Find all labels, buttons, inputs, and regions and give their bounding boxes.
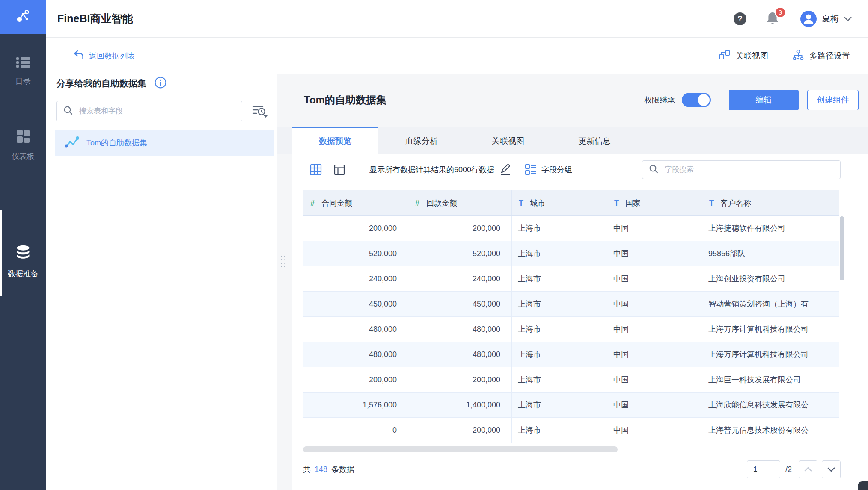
sort-by-time-icon[interactable] (252, 103, 269, 119)
main-content: Tom的自助数据集 权限继承 编辑 创建组件 数据预览 血缘分析 关联视图 更新… (277, 74, 868, 490)
table-field-search-box (56, 101, 242, 121)
column-header-country[interactable]: T国家 (607, 190, 702, 216)
info-icon[interactable] (154, 76, 167, 91)
permission-label: 权限继承 (644, 95, 675, 105)
floating-assistant-button[interactable] (858, 481, 868, 490)
tab-update-info[interactable]: 更新信息 (551, 127, 638, 154)
table-cell: 0 (303, 418, 408, 443)
table-cell: 480,000 (303, 317, 408, 342)
text-type-icon: T (519, 199, 530, 208)
page-number-input[interactable] (747, 460, 780, 478)
back-to-data-list-link[interactable]: 返回数据列表 (73, 50, 135, 62)
table-cell: 上海市 (512, 418, 607, 443)
user-avatar[interactable] (800, 11, 817, 27)
table-cell: 中国 (607, 241, 702, 266)
user-name[interactable]: 夏梅 (822, 13, 839, 24)
toolbar-divider (358, 164, 358, 176)
row-limit-text: 显示所有数据计算结果的5000行数据 (369, 165, 494, 175)
vertical-scrollbar (840, 216, 844, 443)
horizontal-scrollbar-thumb[interactable] (303, 446, 618, 452)
sidebar-item-catalog[interactable]: 目录 (0, 56, 46, 86)
back-link-label: 返回数据列表 (89, 51, 135, 61)
field-group-icon[interactable] (524, 163, 537, 176)
number-type-icon: # (310, 199, 321, 208)
pagination: /2 (747, 460, 841, 478)
table-row: 520,000520,000上海市中国95856部队 (303, 241, 839, 266)
table-cell: 200,000 (408, 418, 512, 443)
bell-icon (766, 19, 779, 26)
table-cell: 上海市 (512, 216, 607, 241)
table-field-search-input[interactable] (78, 106, 242, 116)
text-type-icon: T (709, 199, 720, 208)
table-cell: 中国 (607, 393, 702, 418)
column-header-customer-name[interactable]: T客户名称 (702, 190, 839, 216)
chevron-down-icon[interactable] (843, 16, 853, 22)
sidebar-item-data-prep[interactable]: 数据准备 (0, 245, 46, 279)
multipath-settings-label: 多路径设置 (809, 50, 850, 62)
active-section-indicator (0, 210, 2, 296)
column-header-contract-amount[interactable]: #合同金额 (303, 190, 408, 216)
column-view-icon[interactable] (333, 163, 346, 176)
panel-heading: 分享给我的自助数据集 (56, 77, 146, 89)
relation-view-action[interactable]: 关联视图 (719, 49, 768, 63)
table-cell: 240,000 (408, 266, 512, 292)
app-title: FineBI商业智能 (57, 12, 133, 26)
tab-lineage-analysis[interactable]: 血缘分析 (378, 127, 465, 154)
grid-view-icon[interactable] (309, 163, 323, 177)
notification-bell[interactable]: 3 (766, 11, 779, 27)
table-cell: 200,000 (303, 216, 408, 241)
table-cell: 480,000 (408, 342, 512, 367)
create-component-button[interactable]: 创建组件 (807, 90, 859, 110)
column-header-city[interactable]: T城市 (512, 190, 607, 216)
edit-button[interactable]: 编辑 (729, 90, 799, 110)
back-arrow-icon (73, 50, 84, 62)
table-cell: 240,000 (303, 266, 408, 292)
table-row: 450,000450,000上海市中国智动营销策划咨询（上海）有 (303, 292, 839, 317)
edit-row-limit-icon[interactable] (499, 163, 511, 176)
page-total: /2 (785, 465, 792, 474)
table-cell: 450,000 (408, 292, 512, 317)
person-icon (800, 11, 817, 27)
total-count: 148 (315, 465, 327, 474)
secondary-bar: 返回数据列表 关联视图 (46, 38, 868, 74)
permission-toggle[interactable] (682, 93, 711, 107)
sidebar-item-dashboard[interactable]: 仪表板 (0, 129, 46, 162)
column-header-payment-amount[interactable]: #回款金额 (408, 190, 512, 216)
table-cell: 上海市 (512, 266, 607, 292)
finebi-window: FineBI商业智能 ? 3 夏梅 (0, 0, 868, 490)
table-cell: 1,576,000 (303, 393, 408, 418)
dataset-list-item[interactable]: Tom的自助数据集 (55, 130, 274, 156)
tab-relation-view[interactable]: 关联视图 (465, 127, 551, 154)
table-cell: 上海万序计算机科技有限公司 (702, 317, 839, 342)
text-type-icon: T (614, 199, 625, 208)
tab-data-preview[interactable]: 数据预览 (292, 127, 378, 154)
vertical-scrollbar-thumb[interactable] (840, 216, 844, 280)
search-icon (648, 164, 659, 176)
multipath-tree-icon (792, 49, 804, 63)
multipath-settings-action[interactable]: 多路径设置 (792, 49, 850, 63)
nav-sidebar: 目录 仪表板 数据准备 (0, 34, 46, 490)
table-cell: 上海市 (512, 292, 607, 317)
sidebar-item-label: 仪表板 (12, 151, 35, 162)
toggle-knob (698, 94, 710, 106)
total-records-text: 共148条数据 (303, 464, 354, 475)
table-body: 200,000200,000上海市中国上海捷穗软件有限公司520,000520,… (303, 216, 839, 443)
tabstrip: 数据预览 血缘分析 关联视图 更新信息 (277, 127, 868, 154)
table-cell: 480,000 (303, 342, 408, 367)
panel-heading-row: 分享给我的自助数据集 (56, 74, 167, 92)
field-search-input[interactable] (664, 165, 840, 174)
table-cell: 中国 (607, 367, 702, 393)
table-cell: 上海市 (512, 241, 607, 266)
next-page-button[interactable] (822, 460, 841, 478)
table-cell: 480,000 (408, 317, 512, 342)
sidebar-item-label: 目录 (15, 76, 31, 86)
catalog-list-icon (15, 56, 31, 70)
previous-page-button[interactable] (799, 460, 817, 478)
panel-resize-handle[interactable] (281, 256, 287, 279)
field-search-box (642, 160, 841, 179)
dataset-title: Tom的自助数据集 (304, 93, 386, 107)
database-icon (15, 245, 31, 263)
field-group-label[interactable]: 字段分组 (541, 165, 572, 175)
table-cell: 上海市 (512, 393, 607, 418)
help-icon[interactable]: ? (734, 12, 746, 25)
